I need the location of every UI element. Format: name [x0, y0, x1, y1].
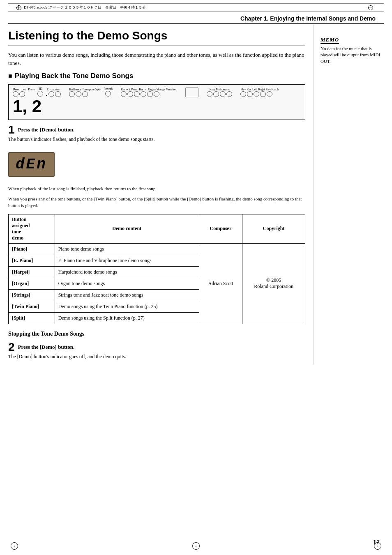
header-text: DP-970_e.book 17 ページ ２００５年１０月７日 金曜日 午後４時…	[24, 5, 146, 10]
right-column: MEMO No data for the music that is playe…	[314, 24, 384, 364]
keyboard-buttons-row: Demo Twin Piano 3D	[13, 87, 301, 97]
memo-label-text: MEMO	[321, 37, 339, 43]
kbd-group-reverb: Reverb	[104, 87, 113, 97]
kbd-circle-demo	[13, 91, 18, 97]
table-cell-button: [Strings]	[9, 289, 55, 301]
demo-table: Buttonassignedtonedemo Demo content Comp…	[8, 214, 305, 324]
step2-instruction: Press the [Demo] button.	[8, 341, 305, 350]
kbd-circle-keytouch	[267, 91, 272, 97]
header-bar: DP-970_e.book 17 ページ ２００５年１０月７日 金曜日 午後４時…	[8, 3, 384, 12]
followup2: When you press any of the tone buttons, …	[8, 196, 305, 209]
kbd-circle-harpsi	[134, 91, 140, 97]
kbd-circle-epiano	[127, 91, 133, 97]
table-cell-button: [Split]	[9, 312, 55, 324]
left-column: Listening to the Demo Songs You can list…	[8, 24, 314, 364]
table-cell-copyright: © 2005Roland Corporation	[242, 243, 305, 324]
table-cell-composer: Adrian Scott	[199, 243, 242, 324]
col-header-copyright: Copyright	[242, 214, 305, 243]
page-container: DP-970_e.book 17 ページ ２００５年１０月７日 金曜日 午後４時…	[0, 3, 392, 555]
intro-text: You can listen to various demo songs, in…	[8, 51, 305, 67]
table-cell-content: Piano tone demo songs	[55, 243, 199, 255]
keyboard-diagram: Demo Twin Piano 3D	[8, 84, 305, 120]
step1-block: 1 Press the [Demo] button. The button's …	[8, 124, 305, 143]
kbd-circle-reverb	[105, 91, 111, 97]
table-cell-content: Demo songs using the Twin Piano function…	[55, 301, 199, 312]
table-cell-content: Demo songs using the Split function (p. …	[55, 312, 199, 324]
reg-mark-right	[368, 5, 373, 10]
kbd-circle-twin	[19, 91, 25, 97]
followup1: When playback of the last song is finish…	[8, 185, 305, 192]
kbd-label-brilliance: Brilliance Transpose Split	[69, 88, 101, 91]
table-cell-button: [Harpsi]	[9, 266, 55, 278]
kbd-circle-right	[260, 91, 266, 97]
footer-mark-right: +	[371, 540, 384, 552]
kbd-label-tempo: Song Metronome	[207, 88, 232, 91]
stopping-heading: Stopping the Tone Demo Songs	[8, 331, 305, 337]
page-title: Listening to the Demo Songs	[8, 24, 305, 46]
kbd-label-tones: Piano E.Piano Harpsi Organ Strings Varia…	[121, 88, 177, 91]
kbd-group-dynamics: Dynamics ♩	[46, 88, 61, 97]
kbd-label-3d: 3D	[37, 87, 43, 91]
kbd-group-tones: Piano E.Piano Harpsi Organ Strings Varia…	[121, 88, 177, 97]
table-cell-button: [Organ]	[9, 278, 55, 289]
kbd-label-reverb: Reverb	[104, 87, 113, 91]
kbd-circle-piano	[121, 91, 127, 97]
kbd-circle-strings	[147, 91, 153, 97]
reg-cross-right	[368, 5, 373, 10]
kbd-circle-minus	[207, 91, 212, 97]
kbd-label-dynamics: Dynamics	[46, 88, 61, 91]
kbd-group-brilliance: Brilliance Transpose Split	[69, 88, 101, 97]
icon-dynamics: ♩	[46, 92, 48, 97]
footer-circle-center: +	[192, 542, 200, 550]
section-heading-playback: Playing Back the Tone Demo Songs	[8, 72, 305, 80]
memo-label: MEMO	[321, 37, 339, 44]
memo-box: MEMO No data for the music that is playe…	[321, 37, 384, 64]
kbd-circle-play	[240, 91, 246, 97]
kbd-circle-plus	[213, 91, 219, 97]
kbd-circle-brilliance	[69, 91, 75, 97]
col-header-content: Demo content	[55, 214, 199, 243]
kbd-label-demo: Demo Twin Piano	[13, 88, 35, 91]
table-cell-content: Organ tone demo songs	[55, 278, 199, 289]
table-cell-button: [Piano]	[9, 243, 55, 255]
kbd-circle-metro	[226, 91, 232, 97]
kbd-circle-rec	[247, 91, 253, 97]
kbd-circle-dynamics	[48, 91, 54, 97]
kbd-group-demo: Demo Twin Piano	[13, 88, 35, 97]
footer-marks: + + +	[0, 540, 392, 552]
footer-circle-left: +	[11, 542, 18, 550]
step2-desc: The [Demo] button's indicator goes off, …	[8, 353, 305, 360]
slider-area	[185, 88, 198, 97]
table-cell-button: [Twin Piano]	[9, 301, 55, 312]
kbd-circle-3d	[37, 91, 43, 97]
kbd-group-playrec: Play Rec Left Right KeyTouch	[240, 88, 279, 97]
kbd-circle-dynamics2	[55, 91, 61, 97]
col-header-composer: Composer	[199, 214, 242, 243]
footer-circle-right: +	[374, 542, 381, 550]
step1-instruction: Press the [Demo] button.	[8, 124, 305, 133]
kbd-group-3d: 3D	[37, 87, 43, 97]
reg-mark-left	[16, 5, 21, 10]
table-cell-content: E. Piano tone and Vibraphone tone demo s…	[55, 255, 199, 266]
reg-cross	[16, 5, 21, 10]
table-row: [Piano]Piano tone demo songsAdrian Scott…	[9, 243, 305, 255]
step2-block: 2 Press the [Demo] button. The [Demo] bu…	[8, 341, 305, 360]
step-indicator: 1, 2	[13, 97, 301, 116]
kbd-circle-song	[220, 91, 226, 97]
kbd-label-playrec: Play Rec Left Right KeyTouch	[240, 88, 279, 91]
kbd-circle-left	[254, 91, 259, 97]
step1-desc: The button's indicator flashes, and play…	[8, 136, 305, 143]
kbd-circle-variation	[154, 91, 159, 97]
footer-mark-center: +	[190, 540, 202, 552]
display-box: dEn	[8, 152, 55, 177]
chapter-title: Chapter 1. Enjoying the Internal Songs a…	[8, 12, 384, 24]
display-text: dEn	[16, 156, 47, 173]
table-cell-content: Harpsichord tone demo songs	[55, 266, 199, 278]
kbd-circle-split	[82, 91, 88, 97]
main-content: Listening to the Demo Songs You can list…	[8, 24, 384, 364]
col-header-button: Buttonassignedtonedemo	[9, 214, 55, 243]
table-cell-button: [E. Piano]	[9, 255, 55, 266]
step1-number: 1	[8, 124, 15, 136]
kbd-group-tempo: Song Metronome	[207, 88, 232, 97]
table-cell-content: Strings tone and Jazz scat tone demo son…	[55, 289, 199, 301]
